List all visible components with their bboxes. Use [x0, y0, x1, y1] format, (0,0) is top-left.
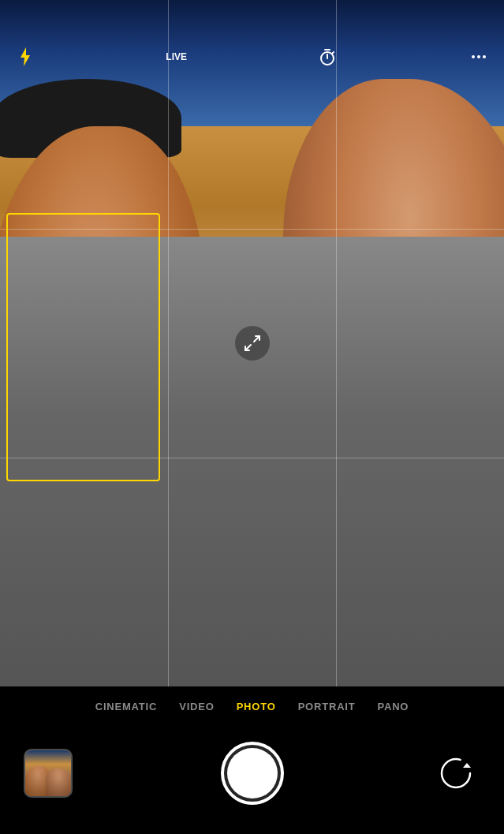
mode-video[interactable]: VIDEO: [179, 701, 214, 712]
expand-icon[interactable]: [235, 326, 270, 361]
mode-pano[interactable]: PANO: [377, 701, 409, 712]
mode-photo[interactable]: PHOTO: [237, 701, 276, 712]
shutter-button[interactable]: [221, 742, 284, 805]
mode-cinematic[interactable]: CINEMATIC: [95, 701, 157, 712]
more-button[interactable]: [466, 44, 491, 69]
svg-marker-11: [463, 763, 471, 768]
svg-point-8: [477, 55, 480, 58]
svg-line-5: [332, 52, 334, 54]
camera-controls: CINEMATIC VIDEO PHOTO PORTRAIT PANO: [0, 686, 504, 834]
mode-portrait[interactable]: PORTRAIT: [298, 701, 356, 712]
shutter-row: [0, 720, 504, 834]
last-photo-thumbnail[interactable]: [24, 749, 73, 798]
shutter-inner: [227, 748, 278, 798]
svg-line-1: [245, 345, 251, 350]
camera-viewfinder[interactable]: LIVE: [0, 0, 504, 686]
timer-button[interactable]: [315, 44, 340, 69]
flash-button[interactable]: [13, 44, 38, 69]
svg-point-10: [442, 759, 470, 787]
svg-marker-2: [21, 47, 30, 66]
mode-selector: CINEMATIC VIDEO PHOTO PORTRAIT PANO: [0, 686, 504, 720]
flip-camera-button[interactable]: [431, 749, 480, 798]
svg-point-7: [472, 55, 475, 58]
svg-point-9: [483, 55, 486, 58]
live-button[interactable]: LIVE: [164, 44, 189, 69]
people-area: [0, 237, 504, 686]
svg-line-0: [254, 336, 259, 342]
camera-top-controls: LIVE: [0, 39, 504, 74]
